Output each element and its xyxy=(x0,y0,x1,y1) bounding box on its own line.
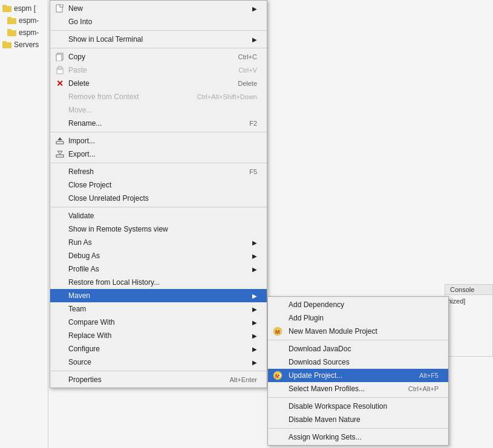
console-panel: Console nized] xyxy=(445,284,493,357)
menu-item-download-javadoc[interactable]: Download JavaDoc xyxy=(268,342,448,355)
svg-rect-16 xyxy=(56,155,64,157)
shortcut-label: Ctrl+Alt+P xyxy=(408,385,439,392)
menu-item-add-plugin[interactable]: Add Plugin xyxy=(268,311,448,325)
menu-item-run-as[interactable]: Run As ▶ xyxy=(50,236,267,249)
console-tab-label: Console xyxy=(450,286,474,293)
menu-item-assign-working-sets[interactable]: Assign Working Sets... xyxy=(268,430,448,444)
svg-text:M: M xyxy=(275,329,280,335)
menu-item-debug-as[interactable]: Debug As ▶ xyxy=(50,249,267,262)
shortcut-label: Alt+F5 xyxy=(419,372,439,379)
svg-rect-3 xyxy=(7,17,11,19)
menu-item-replace-with[interactable]: Replace With ▶ xyxy=(50,329,267,342)
arrow-icon: ▶ xyxy=(252,5,257,12)
arrow-icon: ▶ xyxy=(252,266,257,273)
tree-item-label: Servers xyxy=(14,41,39,49)
console-tab[interactable]: Console xyxy=(445,285,492,295)
menu-item-new-maven-module[interactable]: M New Maven Module Project xyxy=(268,325,448,338)
menu-item-rename[interactable]: Rename... F2 xyxy=(50,117,267,130)
separator xyxy=(50,207,267,207)
menu-item-refresh[interactable]: Refresh F5 xyxy=(50,165,267,178)
arrow-icon: ▶ xyxy=(252,36,257,43)
menu-item-copy[interactable]: Copy Ctrl+C xyxy=(50,50,267,63)
tree-item-label: espm- xyxy=(19,28,39,37)
separator xyxy=(50,30,267,31)
svg-rect-7 xyxy=(2,41,7,43)
tree-item-label: espm [ xyxy=(14,4,36,13)
delete-icon: ✕ xyxy=(55,79,65,88)
menu-item-maven[interactable]: Maven ▶ xyxy=(50,289,267,302)
separator xyxy=(268,428,448,429)
menu-item-validate[interactable]: Validate xyxy=(50,209,267,222)
svg-rect-9 xyxy=(60,4,63,7)
shortcut-label: F2 xyxy=(249,120,257,127)
arrow-icon: ▶ xyxy=(252,319,257,326)
arrow-icon: ▶ xyxy=(252,293,257,299)
menu-item-profile-as[interactable]: Profile As ▶ xyxy=(50,262,267,276)
arrow-icon: ▶ xyxy=(252,239,257,246)
menu-item-delete[interactable]: ✕ Delete Delete xyxy=(50,77,267,90)
menu-item-disable-workspace[interactable]: Disable Workspace Resolution xyxy=(268,400,448,413)
separator xyxy=(50,48,267,48)
arrow-icon: ▶ xyxy=(252,359,257,366)
menu-item-select-profiles[interactable]: Select Maven Profiles... Ctrl+Alt+P xyxy=(268,382,448,395)
console-content: nized] xyxy=(445,295,492,307)
menu-item-paste[interactable]: Paste Ctrl+V xyxy=(50,63,267,77)
copy-icon xyxy=(55,52,65,62)
update-icon: M xyxy=(273,371,282,380)
menu-item-configure[interactable]: Configure ▶ xyxy=(50,342,267,355)
menu-item-download-sources[interactable]: Download Sources xyxy=(268,355,448,369)
new-icon xyxy=(55,4,65,13)
svg-rect-4 xyxy=(7,30,16,36)
folder-icon xyxy=(7,16,17,25)
menu-item-team[interactable]: Team ▶ xyxy=(50,302,267,316)
menu-item-add-dependency[interactable]: Add Dependency xyxy=(268,298,448,311)
menu-item-move[interactable]: Move... xyxy=(50,103,267,117)
tree-item-espm3[interactable]: espm- xyxy=(0,27,48,39)
svg-rect-11 xyxy=(56,54,62,61)
menu-item-update-project[interactable]: M Update Project... Alt+F5 xyxy=(268,369,448,382)
separator xyxy=(50,371,267,371)
shortcut-label: Ctrl+V xyxy=(238,67,257,74)
menu-item-import[interactable]: Import... xyxy=(50,134,267,148)
folder-icon xyxy=(2,40,12,50)
separator xyxy=(268,340,448,340)
svg-marker-15 xyxy=(57,137,62,140)
menu-item-export[interactable]: Export... xyxy=(50,148,267,161)
svg-rect-2 xyxy=(7,18,16,24)
menu-item-close-unrelated[interactable]: Close Unrelated Projects xyxy=(50,192,267,205)
maven-icon: M xyxy=(273,326,282,336)
arrow-icon: ▶ xyxy=(252,253,257,259)
tree-item-espm1[interactable]: espm [ xyxy=(0,2,48,15)
menu-item-new[interactable]: New ▶ xyxy=(50,2,267,15)
import-icon xyxy=(55,136,65,146)
maven-submenu: Add Dependency Add Plugin M New Maven Mo… xyxy=(267,296,449,446)
svg-marker-17 xyxy=(57,151,62,154)
arrow-icon: ▶ xyxy=(252,333,257,339)
shortcut-label: Alt+Enter xyxy=(229,376,257,383)
menu-item-remove-context[interactable]: Remove from Context Ctrl+Alt+Shift+Down xyxy=(50,90,267,103)
svg-rect-13 xyxy=(58,67,62,70)
menu-item-disable-nature[interactable]: Disable Maven Nature xyxy=(268,413,448,426)
export-icon xyxy=(55,149,65,159)
tree-item-servers[interactable]: Servers xyxy=(0,39,48,51)
menu-item-show-local-terminal[interactable]: Show in Local Terminal ▶ xyxy=(50,33,267,46)
menu-item-source[interactable]: Source ▶ xyxy=(50,355,267,369)
shortcut-label: Ctrl+C xyxy=(238,53,257,60)
separator xyxy=(50,163,267,163)
menu-item-restore[interactable]: Restore from Local History... xyxy=(50,276,267,289)
context-menu: New ▶ Go Into Show in Local Terminal ▶ C… xyxy=(50,0,267,388)
sidebar: espm [ espm- espm- Servers xyxy=(0,0,48,448)
shortcut-label: F5 xyxy=(249,168,257,175)
svg-rect-0 xyxy=(2,6,11,12)
svg-rect-14 xyxy=(56,141,64,144)
menu-item-close-project[interactable]: Close Project xyxy=(50,178,267,192)
separator xyxy=(50,132,267,132)
menu-item-go-into[interactable]: Go Into xyxy=(50,15,267,28)
menu-item-properties[interactable]: Properties Alt+Enter xyxy=(50,373,267,386)
svg-rect-1 xyxy=(2,5,7,7)
separator xyxy=(268,397,448,398)
svg-rect-6 xyxy=(2,42,11,48)
tree-item-espm2[interactable]: espm- xyxy=(0,15,48,27)
menu-item-show-remote[interactable]: Show in Remote Systems view xyxy=(50,222,267,236)
menu-item-compare-with[interactable]: Compare With ▶ xyxy=(50,316,267,329)
